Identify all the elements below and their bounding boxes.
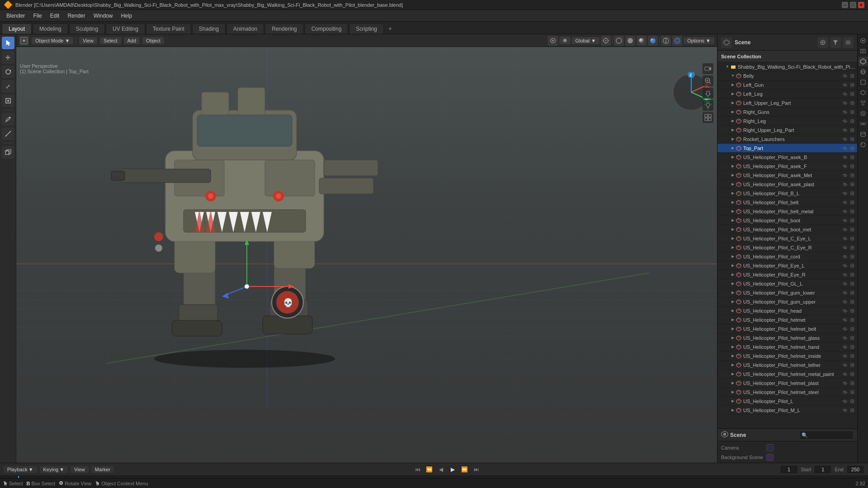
tree-item[interactable]: ▶ US_Helicopter_Pilot_M_L (717, 406, 857, 415)
keying-dropdown[interactable]: Keying ▼ (40, 466, 68, 473)
tab-layout[interactable]: Layout (2, 23, 32, 34)
visibility-icon[interactable] (842, 136, 848, 142)
visibility-icon[interactable] (842, 335, 848, 341)
tree-arrow[interactable]: ▶ (730, 371, 736, 377)
render-visibility-icon[interactable] (849, 136, 855, 142)
render-visibility-icon[interactable] (849, 145, 855, 151)
scene-viewport[interactable]: 💀 User Perspective (1) Scene Collection … (16, 47, 717, 478)
tool-move[interactable]: ✛ (2, 51, 14, 64)
menu-render[interactable]: Render (64, 11, 89, 20)
render-visibility-icon[interactable] (849, 154, 855, 160)
visibility-icon[interactable] (842, 145, 848, 151)
render-visibility-icon[interactable] (849, 344, 855, 350)
tree-item[interactable]: ▶ Left_Leg (717, 89, 857, 99)
render-visibility-icon[interactable] (849, 82, 855, 88)
visibility-icon[interactable] (842, 317, 848, 323)
snap-icon[interactable] (601, 36, 611, 46)
play-button[interactable]: ▶ (448, 465, 458, 474)
render-visibility-icon[interactable] (849, 362, 855, 368)
tree-item[interactable]: ▶ US_Helicopter_Pilot_L (717, 397, 857, 406)
render-visibility-icon[interactable] (849, 118, 855, 124)
options-button[interactable]: Options ▼ (684, 37, 714, 44)
tree-arrow[interactable]: ▶ (730, 91, 736, 97)
tool-transform[interactable] (2, 94, 14, 107)
render-visibility-icon[interactable] (849, 163, 855, 169)
tool-scale[interactable]: ⤢ (2, 80, 14, 93)
tree-item[interactable]: ▶ US_Helicopter_Pilot_B_L (717, 189, 857, 198)
tree-item[interactable]: ▶ US_Helicopter_Pilot_helmet_steel (717, 388, 857, 397)
tool-measure[interactable] (2, 127, 14, 140)
tree-arrow[interactable]: ▶ (730, 191, 736, 196)
tree-arrow[interactable]: ▶ (730, 353, 736, 359)
view-dropdown[interactable]: View (71, 466, 89, 473)
tree-item[interactable]: ▶ Top_Part (717, 144, 857, 153)
tree-arrow[interactable]: ▶ (730, 290, 736, 296)
tree-arrow[interactable]: ▼ (730, 73, 736, 79)
tree-arrow[interactable]: ▶ (730, 408, 736, 413)
render-visibility-icon[interactable] (849, 263, 855, 269)
end-frame-input[interactable] (846, 465, 864, 474)
visibility-icon[interactable] (842, 326, 848, 332)
tree-item[interactable]: ▶ US_Helicopter_Pilot_asek_Met (717, 171, 857, 180)
tree-item[interactable]: ▶ US_Helicopter_Pilot_asek_B (717, 153, 857, 162)
visibility-icon[interactable] (842, 118, 848, 124)
render-visibility-icon[interactable] (849, 281, 855, 287)
visibility-icon[interactable] (842, 398, 848, 404)
visibility-icon[interactable] (842, 109, 848, 115)
tree-arrow[interactable]: ▶ (730, 263, 736, 268)
visibility-icon[interactable] (842, 199, 848, 206)
tree-item[interactable]: ▶ US_Helicopter_Pilot_helmet_plast (717, 379, 857, 388)
render-visibility-icon[interactable] (849, 226, 855, 233)
render-visibility-icon[interactable] (849, 127, 855, 133)
render-visibility-icon[interactable] (849, 299, 855, 305)
tab-rendering[interactable]: Rendering (265, 23, 303, 34)
fr-scene-icon[interactable] (859, 57, 868, 66)
render-visibility-icon[interactable] (849, 335, 855, 341)
tree-item[interactable]: ▶ Right_Upper_Leg_Part (717, 126, 857, 135)
panel-filter[interactable] (830, 37, 841, 48)
tree-item[interactable]: ▶ Left_Gun (717, 80, 857, 89)
tree-item[interactable]: ▶ Left_Upper_Leg_Part (717, 99, 857, 108)
visibility-icon[interactable] (842, 127, 848, 133)
tree-arrow[interactable]: ▶ (730, 173, 736, 178)
tree-item[interactable]: ▶ US_Helicopter_Pilot_C_Eye_L (717, 234, 857, 243)
tree-root-item[interactable]: ▼ Shabby_Big_Walking_Sci-Fi_Black_Robot_… (717, 62, 857, 71)
render-visibility-icon[interactable] (849, 208, 855, 215)
add-menu[interactable]: Add (124, 37, 140, 44)
tab-shading[interactable]: Shading (192, 23, 226, 34)
grab-icon[interactable] (703, 88, 713, 99)
render-visibility-icon[interactable] (849, 398, 855, 404)
visibility-icon[interactable] (842, 100, 848, 106)
tree-arrow[interactable]: ▶ (730, 136, 736, 142)
tab-scripting[interactable]: Scripting (349, 23, 384, 34)
object-menu[interactable]: Object (142, 37, 164, 44)
menu-file[interactable]: File (29, 11, 45, 20)
menu-edit[interactable]: Edit (47, 11, 63, 20)
visibility-icon[interactable] (842, 353, 848, 359)
render-visibility-icon[interactable] (849, 326, 855, 332)
fr-render-icon[interactable] (859, 36, 868, 45)
tool-rotate[interactable] (2, 66, 14, 78)
tree-arrow[interactable]: ▶ (730, 399, 736, 404)
visibility-icon[interactable] (842, 290, 848, 296)
editor-type-icon[interactable] (19, 36, 29, 46)
viewport[interactable]: Object Mode ▼ View Select Add Object (16, 34, 717, 478)
tool-annotate[interactable] (2, 113, 14, 126)
tab-modeling[interactable]: Modeling (33, 23, 68, 34)
fr-data-icon[interactable] (859, 130, 868, 139)
visibility-icon[interactable] (842, 181, 848, 188)
transform-pivot[interactable]: ⊕ (559, 37, 571, 44)
visibility-icon[interactable] (842, 226, 848, 233)
tree-item[interactable]: ▶ Rocket_Launchers (717, 135, 857, 144)
visibility-icon[interactable] (842, 272, 848, 278)
tree-item[interactable]: ▶ US_Helicopter_Pilot_boot (717, 216, 857, 225)
tree-item[interactable]: ▶ US_Helicopter_Pilot_Eye_R (717, 270, 857, 279)
render-visibility-icon[interactable] (849, 308, 855, 314)
tree-arrow[interactable]: ▶ (730, 164, 736, 169)
tree-arrow[interactable]: ▶ (730, 145, 736, 151)
tree-root-arrow[interactable]: ▼ (725, 64, 730, 70)
tree-arrow[interactable]: ▶ (730, 109, 736, 115)
render-visibility-icon[interactable] (849, 91, 855, 97)
tree-item[interactable]: ▶ US_Helicopter_Pilot_helmet_lether (717, 361, 857, 370)
menu-help[interactable]: Help (117, 11, 136, 20)
